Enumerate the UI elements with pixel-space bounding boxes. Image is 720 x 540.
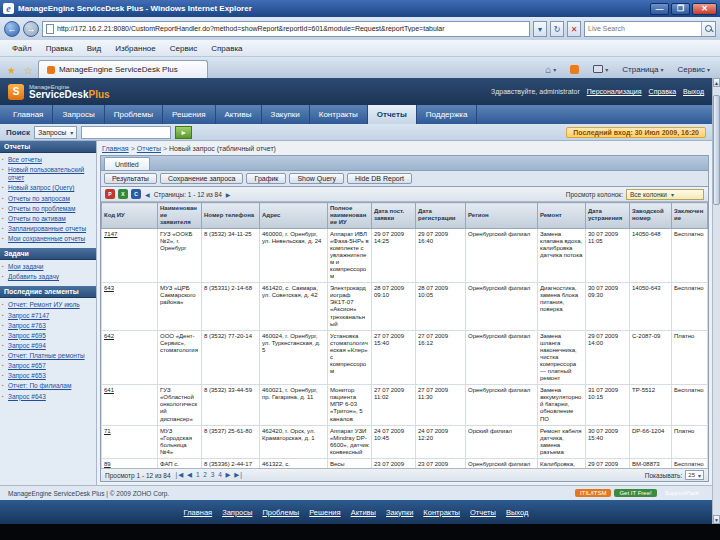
tools-menu-button[interactable]: Сервис▾ [672, 61, 716, 77]
export-xls-icon[interactable]: X [118, 189, 128, 199]
table-cell[interactable]: 89 [102, 458, 158, 468]
close-button[interactable]: ✕ [692, 3, 717, 15]
recent-item-link[interactable]: Запрос #657 [0, 361, 96, 371]
favorites-icon[interactable]: ★ [4, 65, 19, 78]
column-header[interactable]: Код ИУ [102, 203, 158, 229]
url-dropdown-icon[interactable]: ▾ [533, 21, 547, 37]
hide-db-report-button[interactable]: Hide DB Report [347, 173, 412, 184]
next-page-icon[interactable]: ▶ [225, 191, 232, 198]
export-csv-icon[interactable]: C [131, 189, 141, 199]
column-header[interactable]: Ремонт [538, 203, 586, 229]
footer-link[interactable]: Проблемы [262, 508, 299, 517]
table-row[interactable]: 89ФАП с. Кардаилово8 (35336) 2-44-174613… [102, 458, 708, 468]
nav-tab[interactable]: Отчеты [368, 105, 417, 124]
per-page-select[interactable]: 25▾ [685, 470, 704, 480]
page-menu-button[interactable]: Страница▾ [616, 61, 669, 77]
menu-item[interactable]: Справка [205, 43, 248, 54]
sidebar-link[interactable]: Все отчеты [0, 155, 96, 165]
footer-link[interactable]: Главная [184, 508, 213, 517]
search-scope-select[interactable]: Запросы▾ [34, 126, 77, 139]
search-icon[interactable] [701, 22, 715, 36]
vertical-scrollbar[interactable]: ▲ ▼ [712, 78, 720, 524]
scrollbar-thumb[interactable] [713, 95, 720, 205]
column-header[interactable]: Дата пост. заявки [372, 203, 416, 229]
footer-link[interactable]: Закупки [386, 508, 413, 517]
home-button[interactable]: ⌂▾ [539, 61, 562, 77]
recent-item-link[interactable]: Отчет: Платные ремонты [0, 351, 96, 361]
table-row[interactable]: 643МУЗ «ЦРБ Сакмарского района»8 (35331)… [102, 283, 708, 330]
recent-item-link[interactable]: Запрос #7147 [0, 311, 96, 321]
results-button[interactable]: Результаты [104, 173, 157, 184]
export-pdf-icon[interactable]: P [105, 189, 115, 199]
header-link-logout[interactable]: Выход [683, 88, 704, 95]
column-header[interactable]: Наименование заявителя [158, 203, 202, 229]
column-header[interactable]: Дата регистрации [416, 203, 466, 229]
recent-item-link[interactable]: Запрос #694 [0, 341, 96, 351]
column-header[interactable]: Адрес [260, 203, 328, 229]
nav-tab[interactable]: Контракты [310, 105, 368, 124]
table-cell[interactable]: 7147 [102, 228, 158, 283]
sidebar-link[interactable]: Запланированные отчеты [0, 224, 96, 234]
scroll-up-icon[interactable]: ▲ [713, 78, 720, 87]
table-cell[interactable]: 642 [102, 330, 158, 385]
column-header[interactable]: Полное наименование ИУ [328, 203, 372, 229]
refresh-icon[interactable]: ↻ [550, 21, 564, 37]
prev-page-icon[interactable]: ◀ [144, 191, 151, 198]
sidebar-link[interactable]: Новый запрос (Query) [0, 183, 96, 193]
columns-select[interactable]: Все колонки▾ [626, 189, 704, 200]
menu-item[interactable]: Вид [81, 43, 107, 54]
search-input[interactable] [585, 25, 701, 32]
footer-link[interactable]: Активы [351, 508, 376, 517]
sidebar-link[interactable]: Отчеты по проблемам [0, 204, 96, 214]
sidebar-link[interactable]: Отчеты по активам [0, 214, 96, 224]
sidebar-link[interactable]: Добавить задачу [0, 272, 96, 282]
nav-tab[interactable]: Проблемы [105, 105, 163, 124]
print-button[interactable]: ▾ [587, 61, 614, 77]
table-cell[interactable]: 71 [102, 425, 158, 458]
scroll-down-icon[interactable]: ▼ [713, 515, 720, 524]
nav-tab[interactable]: Решения [163, 105, 216, 124]
table-row[interactable]: 71МУЗ «Городская больница №4»8 (3537) 25… [102, 425, 708, 458]
maximize-button[interactable]: ❐ [671, 3, 690, 15]
table-cell[interactable]: 643 [102, 283, 158, 330]
footer-badge[interactable]: ITIL/ITSM [575, 489, 611, 497]
sidebar-link[interactable]: Новый пользовательский отчет [0, 165, 96, 183]
save-query-button[interactable]: Сохранение запроса [160, 173, 244, 184]
forward-button[interactable]: → [23, 21, 39, 37]
footer-link[interactable]: Отчеты [470, 508, 496, 517]
scrollbar-track[interactable] [713, 87, 720, 515]
menu-item[interactable]: Правка [40, 43, 79, 54]
nav-tab[interactable]: Поддержка [417, 105, 478, 124]
nav-tab[interactable]: Активы [216, 105, 262, 124]
footer-link[interactable]: Контракты [423, 508, 460, 517]
footer-badge[interactable]: Get IT Free! [614, 489, 656, 497]
report-tab-untitled[interactable]: Untitled [104, 157, 150, 170]
breadcrumb-home[interactable]: Главная [102, 145, 129, 152]
table-scroll-area[interactable]: Код ИУНаименование заявителяНомер телефо… [101, 202, 708, 468]
back-button[interactable]: ← [4, 21, 20, 37]
minimize-button[interactable]: — [650, 3, 669, 15]
table-row[interactable]: 641ГУЗ «Областной онкологический диспанс… [102, 385, 708, 425]
sidebar-link[interactable]: Мои задачи [0, 262, 96, 272]
footer-link[interactable]: Выход [506, 508, 528, 517]
nav-tab[interactable]: Запросы [53, 105, 104, 124]
header-link-personalize[interactable]: Персонализация [587, 88, 642, 95]
menu-item[interactable]: Избранное [109, 43, 162, 54]
table-cell[interactable]: 641 [102, 385, 158, 425]
menu-item[interactable]: Сервис [164, 43, 203, 54]
breadcrumb-section[interactable]: Отчеты [137, 145, 161, 152]
column-header[interactable]: Заводской номер [630, 203, 672, 229]
recent-item-link[interactable]: Запрос #763 [0, 321, 96, 331]
chart-button[interactable]: График [246, 173, 286, 184]
browser-tab[interactable]: ManageEngine ServiceDesk Plus [38, 60, 208, 78]
show-query-button[interactable]: Show Query [289, 173, 344, 184]
nav-tab[interactable]: Закупки [262, 105, 310, 124]
url-field[interactable]: http://172.16.2.21:8080/CustomReportHand… [42, 21, 530, 37]
header-link-help[interactable]: Справка [649, 88, 676, 95]
column-header[interactable]: Регион [466, 203, 538, 229]
sidebar-link[interactable]: Мои сохраненные отчеты [0, 234, 96, 244]
recent-item-link[interactable]: Запрос #653 [0, 371, 96, 381]
column-header[interactable]: Заключение [672, 203, 708, 229]
column-header[interactable]: Дата устранения [586, 203, 630, 229]
footer-link[interactable]: Решения [309, 508, 340, 517]
